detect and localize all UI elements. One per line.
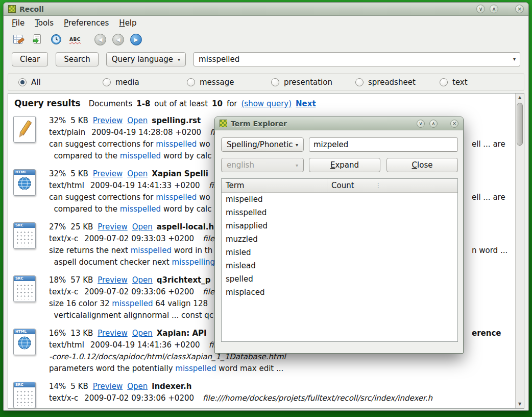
table-row[interactable]: misplaced bbox=[222, 286, 457, 299]
document-history-button[interactable] bbox=[50, 33, 63, 46]
result-title: spelling.rst bbox=[152, 116, 201, 125]
term-explorer-button[interactable]: ABC bbox=[68, 33, 82, 46]
column-header-term[interactable]: Term bbox=[222, 179, 327, 192]
clear-button[interactable]: Clear bbox=[12, 52, 48, 66]
radio-icon bbox=[187, 78, 195, 86]
main-titlebar[interactable]: Recoll ∨ ∧ × bbox=[4, 3, 528, 16]
snippet-overflow: n word ... bbox=[472, 245, 507, 257]
scrollbar-thumb[interactable] bbox=[517, 103, 523, 146]
menu-preferences[interactable]: Preferences bbox=[64, 18, 109, 28]
table-row[interactable]: misled bbox=[222, 246, 457, 259]
date: 2009-04-19 14:41:33 +0200 bbox=[90, 181, 200, 190]
results-scrollbar[interactable]: ▲ ▼ bbox=[515, 94, 524, 408]
term-explorer-dialog: Term Explorer ∨ ∧ × Spelling/Phonetic▾ e… bbox=[214, 117, 464, 354]
next-page-button[interactable]: ▶ bbox=[130, 34, 142, 45]
result-snippet: parameters word the potentially misspell… bbox=[49, 363, 515, 375]
file-size: 5 KB bbox=[70, 116, 88, 125]
menu-file[interactable]: File bbox=[12, 18, 25, 28]
dialog-title: Term Explorer bbox=[231, 120, 417, 128]
preview-link[interactable]: Preview bbox=[93, 382, 123, 391]
filter-text[interactable]: text bbox=[440, 78, 524, 87]
result-title: Xapian Spelli bbox=[152, 169, 208, 178]
maximize-button[interactable]: ∧ bbox=[490, 5, 498, 13]
filter-presentation[interactable]: presentation bbox=[271, 78, 355, 87]
filter-media[interactable]: media bbox=[103, 78, 187, 87]
close-button[interactable]: × bbox=[450, 120, 458, 128]
term-input[interactable] bbox=[309, 137, 458, 152]
filter-label: message bbox=[200, 78, 234, 87]
highlighted-term: misspelled bbox=[175, 364, 216, 373]
scroll-up-icon[interactable]: ▲ bbox=[516, 94, 524, 102]
filter-message[interactable]: message bbox=[187, 78, 271, 87]
highlighted-term: misspelled bbox=[112, 299, 153, 308]
file-size: 13 KB bbox=[70, 329, 93, 338]
summary-text: Documents bbox=[89, 99, 133, 108]
maximize-button[interactable]: ∧ bbox=[429, 120, 438, 128]
search-button[interactable]: Search bbox=[56, 52, 99, 66]
open-link[interactable]: Open bbox=[127, 169, 148, 178]
document-update-icon bbox=[31, 33, 43, 45]
previous-page-button[interactable]: ◀ bbox=[112, 34, 124, 45]
result-item: SRC 14%5 KBPreviewOpenindexer.h text/x-c… bbox=[13, 381, 515, 409]
language-select[interactable]: english▾ bbox=[221, 158, 304, 172]
relevance: 32% bbox=[49, 169, 66, 178]
radio-icon bbox=[271, 78, 279, 86]
preview-link[interactable]: Preview bbox=[98, 275, 127, 285]
open-link[interactable]: Open bbox=[132, 275, 153, 285]
search-input[interactable] bbox=[194, 53, 506, 66]
filter-all[interactable]: All bbox=[18, 78, 103, 87]
show-query-link[interactable]: (show query) bbox=[241, 99, 292, 108]
shade-button[interactable]: ∨ bbox=[476, 5, 485, 13]
first-page-button[interactable]: ◀ bbox=[94, 34, 106, 45]
result-headline: 14%5 KBPreviewOpenindexer.h bbox=[49, 381, 515, 392]
menu-tools[interactable]: Tools bbox=[35, 18, 54, 28]
table-row[interactable]: mislead bbox=[222, 259, 457, 272]
file-size: 5 KB bbox=[70, 169, 88, 178]
expansion-mode-select[interactable]: Spelling/Phonetic▾ bbox=[221, 137, 304, 152]
shade-button[interactable]: ∨ bbox=[417, 120, 425, 128]
column-resize-handle-icon[interactable]: ⋮ bbox=[375, 179, 381, 192]
next-page-link[interactable]: Next bbox=[296, 99, 316, 108]
source-file-icon: SRC bbox=[13, 222, 36, 249]
preview-link[interactable]: Preview bbox=[93, 169, 123, 178]
table-clear-icon bbox=[12, 33, 25, 45]
toolbar: ABC ◀ ◀ ▶ bbox=[4, 30, 528, 49]
table-row[interactable]: muzzled bbox=[222, 233, 457, 246]
date: 2009-07-02 09:33:06 +0200 bbox=[84, 287, 194, 296]
radio-icon bbox=[355, 78, 364, 86]
open-link[interactable]: Open bbox=[132, 222, 153, 231]
table-row[interactable]: mispelled bbox=[222, 193, 457, 206]
open-link[interactable]: Open bbox=[127, 116, 148, 125]
file-url: file bbox=[203, 287, 214, 296]
menu-help[interactable]: Help bbox=[119, 18, 136, 28]
result-title: aspell-local.h bbox=[157, 222, 214, 231]
table-row[interactable]: spelled bbox=[222, 272, 457, 286]
highlighted-term: misspelling bbox=[172, 258, 215, 267]
expand-button[interactable]: Expand bbox=[309, 158, 380, 172]
table-row[interactable]: misspelled bbox=[222, 206, 457, 219]
column-header-count[interactable]: Count bbox=[327, 179, 457, 192]
open-link[interactable]: Open bbox=[127, 382, 148, 391]
table-row[interactable]: misapplied bbox=[222, 219, 457, 233]
filter-label: media bbox=[115, 78, 139, 87]
close-button[interactable]: × bbox=[515, 5, 524, 13]
preview-link[interactable]: Preview bbox=[98, 222, 127, 231]
clear-search-button[interactable] bbox=[12, 33, 25, 46]
result-title: Xapian: API bbox=[157, 329, 207, 338]
open-link[interactable]: Open bbox=[132, 329, 153, 338]
chevron-down-icon[interactable]: ▾ bbox=[513, 56, 516, 62]
preview-link[interactable]: Preview bbox=[98, 329, 127, 338]
filter-spreadsheet[interactable]: spreadsheet bbox=[355, 78, 440, 87]
update-index-button[interactable] bbox=[31, 33, 44, 46]
spellcheck-abc-icon: ABC bbox=[69, 37, 81, 42]
scroll-down-icon[interactable]: ▼ bbox=[516, 400, 524, 408]
term-table: Term Count ⋮ mispelled misspelled misapp… bbox=[221, 178, 458, 342]
menubar: File Tools Preferences Help bbox=[4, 16, 528, 30]
source-file-icon: SRC bbox=[13, 382, 36, 408]
dialog-titlebar[interactable]: Term Explorer ∨ ∧ × bbox=[215, 117, 463, 130]
close-dialog-button[interactable]: Close bbox=[386, 158, 458, 172]
file-url: file bbox=[203, 234, 214, 243]
text-file-icon bbox=[13, 116, 36, 143]
preview-link[interactable]: Preview bbox=[93, 116, 123, 125]
query-language-select[interactable]: Query language▾ bbox=[106, 52, 186, 66]
